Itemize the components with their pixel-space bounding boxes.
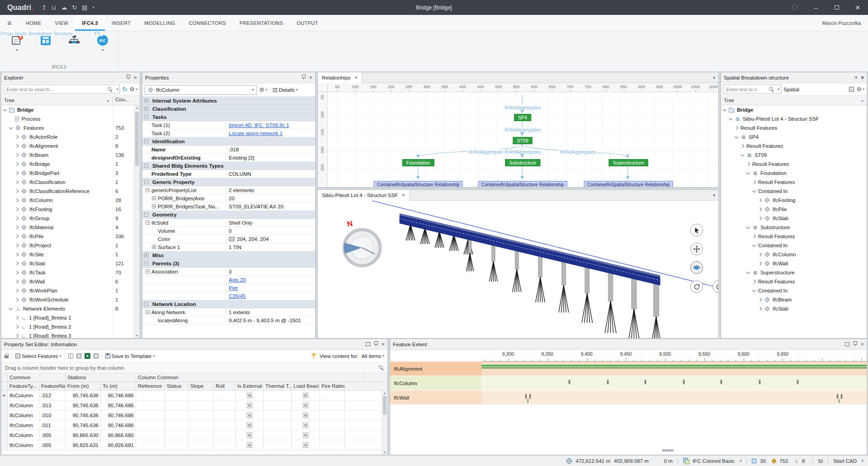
closed-chevron-icon[interactable] (15, 235, 19, 238)
panel-menu-icon[interactable]: ▾ (710, 72, 718, 83)
model-3d-view[interactable]: N (318, 201, 718, 338)
close-icon[interactable]: × (860, 341, 864, 347)
expander-icon[interactable]: + (152, 204, 156, 208)
expander-icon[interactable]: − (144, 212, 148, 217)
horizontal-scrollbar[interactable] (662, 449, 674, 452)
column-header-tom[interactable]: To (m) (101, 382, 136, 391)
property-category-genericproperty[interactable]: −Generic Property (142, 178, 315, 186)
property-category-networklocation[interactable]: −Network Location (142, 300, 315, 308)
spatial-item-ifcslab[interactable]: IfcSlab (721, 214, 867, 223)
checkbox[interactable] (303, 423, 308, 428)
tree-item-ifcclassificationreference[interactable]: IfcClassificationReference6 (1, 187, 140, 196)
diagram-node-st09[interactable]: ST09 (513, 137, 532, 144)
ribbon-button-breakdown-structure[interactable]: Breakdown Structure (61, 32, 88, 64)
closed-chevron-icon[interactable] (758, 307, 762, 311)
spatial-item-bridge[interactable]: Bridge (721, 105, 867, 114)
table-row[interactable]: IfcColumn.01390,745.63690,746.686 (1, 400, 387, 410)
menu-tab-presentations[interactable]: PRESENTATIONS (233, 15, 290, 31)
open-chevron-icon[interactable] (3, 107, 7, 111)
open-chevron-icon[interactable] (752, 288, 756, 292)
closed-chevron-icon[interactable] (15, 207, 19, 211)
open-chevron-icon[interactable] (729, 116, 732, 120)
count-column-header[interactable]: Cou... (113, 96, 140, 105)
filter-icon[interactable] (311, 353, 316, 358)
tree-item-ifcalignment[interactable]: IfcAlignment8 (1, 141, 140, 151)
tree-item-1roadbretea1[interactable]: ∟1 [Road]_Bretea 1 (1, 313, 140, 322)
table-row[interactable]: IfcColumn.00590,825.63190,826.681 (1, 440, 387, 450)
tree-item-ifcsite[interactable]: IfcSite1 (1, 250, 140, 259)
checkbox[interactable] (247, 423, 252, 428)
column-header-firerating[interactable]: Fire Rating (320, 382, 345, 391)
close-icon[interactable]: × (133, 75, 137, 80)
column-header-roll[interactable]: Roll (214, 382, 236, 391)
lock-icon[interactable] (5, 355, 9, 358)
details-button[interactable]: Details ▾ (273, 87, 298, 93)
close-icon[interactable]: × (854, 75, 858, 80)
closed-chevron-icon[interactable] (758, 253, 762, 256)
checkbox[interactable] (303, 393, 308, 398)
closed-chevron-icon[interactable] (15, 289, 19, 292)
spatial-item-ifcwall[interactable]: IfcWall (721, 259, 867, 268)
menu-tab-ifc43[interactable]: IFC4.3 (75, 15, 104, 31)
expander-icon[interactable]: − (144, 139, 148, 143)
expander-icon[interactable]: − (144, 115, 148, 119)
property-row-pier[interactable]: Pier (142, 284, 315, 292)
property-row-porrbridgestaskna[interactable]: +PORR_Bridges|Task_Na...ST09_ELEVATIE AX… (142, 202, 315, 211)
feature-type-combo[interactable]: IfcColumn ▾ (145, 85, 257, 95)
column-header-status[interactable]: Status (165, 382, 189, 391)
property-row-predefinedtype[interactable]: Predefined TypeCOLUMN (142, 170, 315, 178)
spatial-item-ifcbeam[interactable]: IfcBeam (721, 295, 867, 304)
closed-chevron-icon[interactable] (15, 253, 19, 256)
closed-chevron-icon[interactable] (758, 217, 762, 220)
select-features-button[interactable]: Select Features ▾ (15, 353, 61, 359)
checkbox[interactable] (247, 413, 252, 418)
columns-icon[interactable] (68, 353, 73, 358)
tree-item-ifcclassification[interactable]: IfcClassification1 (1, 178, 140, 187)
open-chevron-icon[interactable] (746, 225, 750, 228)
relationships-tab[interactable]: Relationhips × (318, 72, 362, 83)
property-row-task1[interactable]: Task (1)Import 4D_IFC_ST09.ifc 1 (142, 121, 315, 129)
tree-item-features[interactable]: Features753 (1, 123, 140, 132)
checkbox[interactable] (247, 403, 252, 408)
property-row-volume[interactable]: Volume0 (142, 227, 315, 235)
refresh-icon[interactable]: ↻ (122, 86, 127, 92)
relationship-diagram[interactable]: 5010015020025030035040045050055060065070… (318, 83, 718, 187)
pin-icon[interactable] (126, 74, 130, 81)
property-row-task2[interactable]: Task (2)Locate along network 1 (142, 129, 315, 137)
open-chevron-icon[interactable] (9, 125, 13, 129)
cloud-icon[interactable]: ☁ (61, 5, 67, 10)
closed-chevron-icon[interactable] (15, 217, 19, 220)
tree-item-ifcbridge[interactable]: IfcBridge1 (1, 160, 140, 169)
panel-menu-icon[interactable]: ▾ (710, 190, 718, 200)
closed-chevron-icon[interactable] (15, 316, 19, 320)
closed-chevron-icon[interactable] (758, 298, 762, 301)
closed-chevron-icon[interactable] (758, 207, 762, 211)
diagram-relationship-containedinspatialstructurerelationship[interactable]: ContainedInSpatialStructure Relationship (478, 181, 567, 188)
grid-view-icon[interactable] (94, 353, 99, 358)
spatial-item-ifcslab[interactable]: IfcSlab (721, 304, 867, 313)
pin-icon[interactable] (853, 341, 857, 348)
sync-icon[interactable]: ↻ (72, 5, 77, 10)
menu-tab-connectors[interactable]: CONNECTORS (182, 15, 233, 31)
gear-icon[interactable]: ⚙▾ (856, 86, 864, 92)
close-icon[interactable]: × (354, 75, 358, 81)
tree-item-1roadbretea2[interactable]: ∟1 [Road]_Bretea 2 (1, 322, 140, 331)
closed-chevron-icon[interactable] (15, 162, 19, 166)
save-to-template-button[interactable]: Save to Template ▾ (105, 353, 155, 359)
rotate-button[interactable] (690, 280, 703, 293)
menu-tab-view[interactable]: VIEW (48, 15, 75, 31)
diagram-node-substructure[interactable]: Substructure (505, 159, 540, 166)
property-link[interactable]: Import 4D_IFC_ST09.ifc 1 (226, 122, 315, 128)
menu-tab-home[interactable]: HOME (19, 15, 48, 31)
property-row-c3545[interactable]: C35/45 (142, 292, 315, 300)
tree-item-ifcactorrole[interactable]: IfcActorRole2 (1, 132, 140, 141)
view-content-select[interactable]: All items ▾ (362, 353, 384, 359)
pin-icon[interactable] (301, 74, 306, 81)
spatial-item-containedin[interactable]: Contained In (721, 187, 867, 196)
tree-item-ifcmaterial[interactable]: IfcMaterial4 (1, 223, 140, 232)
close-icon[interactable]: × (381, 341, 385, 347)
column-header-fromm[interactable]: From (m) (66, 382, 101, 391)
spatial-item-substructure[interactable]: ⊞Substructure (721, 223, 867, 232)
open-chevron-icon[interactable] (735, 134, 738, 138)
spatial-item-resultfeatures[interactable]: Result Features (721, 232, 867, 241)
